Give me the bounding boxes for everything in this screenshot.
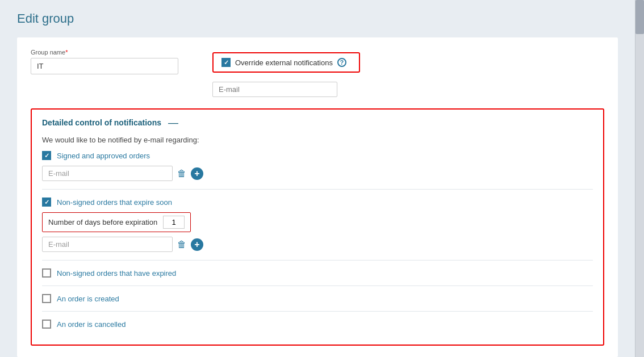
signed-orders-checkbox[interactable] [42, 151, 51, 160]
nonsigned-email-input[interactable] [42, 237, 173, 252]
collapse-button[interactable]: — [168, 117, 178, 128]
notify-text: We would like to be notified by e-mail r… [42, 136, 593, 144]
group-name-input[interactable] [31, 58, 178, 74]
order-cancelled-label: An order is cancelled [57, 320, 126, 329]
override-email-input[interactable] [212, 82, 337, 97]
detail-panel-title: Detailed control of notifications [42, 118, 161, 127]
divider-4 [42, 311, 593, 312]
override-help-icon[interactable]: ? [337, 58, 346, 67]
signed-orders-label: Signed and approved orders [57, 152, 150, 160]
nonsigned-add-button[interactable]: + [191, 238, 203, 251]
expired-checkbox[interactable] [42, 268, 51, 278]
expired-label: Non-signed orders that have expired [57, 269, 176, 278]
signed-orders-email-input[interactable] [42, 166, 173, 181]
nonsigned-trash-icon[interactable]: 🗑 [177, 240, 186, 250]
order-created-label: An order is created [57, 295, 119, 303]
signed-orders-add-button[interactable]: + [191, 167, 203, 180]
nonsigned-checkbox[interactable] [42, 198, 51, 207]
divider-2 [42, 260, 593, 261]
order-created-checkbox[interactable] [42, 294, 51, 303]
days-input[interactable] [163, 216, 185, 229]
group-name-label: Group name* [31, 49, 178, 56]
scrollbar[interactable] [635, 0, 644, 357]
divider-1 [42, 189, 593, 190]
detail-notifications-panel: Detailed control of notifications — We w… [31, 108, 604, 346]
override-label: Override external notifications [235, 58, 333, 67]
signed-orders-trash-icon[interactable]: 🗑 [177, 169, 186, 179]
days-label: Number of days before expiration [48, 218, 157, 226]
nonsigned-label: Non-signed orders that expire soon [57, 198, 172, 207]
override-checkbox[interactable] [221, 58, 231, 67]
page-title: Edit group [17, 11, 618, 26]
days-before-expiration-row: Number of days before expiration [42, 212, 191, 232]
scrollbar-thumb[interactable] [635, 0, 644, 34]
divider-3 [42, 285, 593, 286]
override-notifications-box: Override external notifications ? [212, 52, 360, 73]
order-cancelled-checkbox[interactable] [42, 320, 51, 329]
